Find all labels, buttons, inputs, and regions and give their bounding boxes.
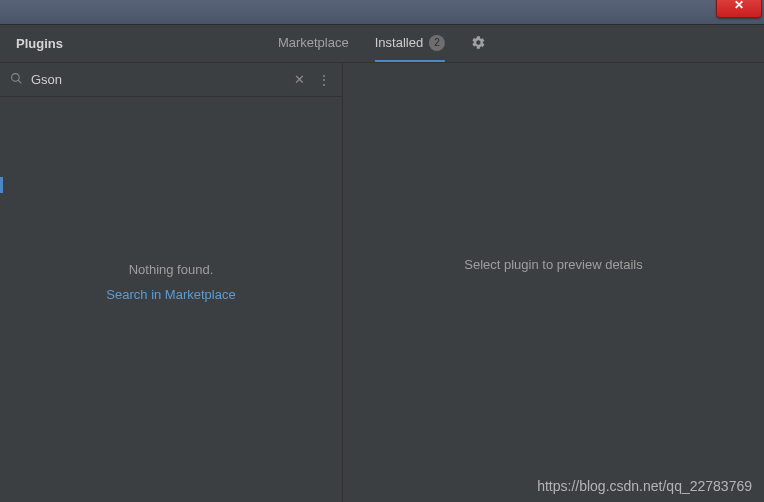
results-area: Nothing found. Search in Marketplace [0, 79, 342, 484]
tab-installed[interactable]: Installed 2 [375, 25, 445, 62]
search-marketplace-link[interactable]: Search in Marketplace [106, 287, 235, 302]
page-title: Plugins [16, 36, 63, 51]
right-pane: Select plugin to preview details [343, 63, 764, 502]
close-icon: ✕ [734, 0, 744, 12]
preview-placeholder: Select plugin to preview details [464, 257, 643, 272]
nothing-found-text: Nothing found. [129, 262, 214, 277]
tabs: Marketplace Installed 2 [278, 25, 486, 62]
selection-indicator [0, 177, 3, 193]
plugins-window: Plugins Marketplace Installed 2 ✕ ⋮ [0, 24, 764, 502]
gear-icon[interactable] [471, 35, 486, 53]
tab-installed-label: Installed [375, 35, 423, 50]
left-pane: ✕ ⋮ Nothing found. Search in Marketplace [0, 63, 343, 502]
window-close-button[interactable]: ✕ [716, 0, 762, 18]
titlebar: ✕ [0, 0, 764, 24]
tab-marketplace[interactable]: Marketplace [278, 25, 349, 62]
watermark: https://blog.csdn.net/qq_22783769 [537, 478, 752, 494]
installed-count-badge: 2 [429, 35, 445, 51]
content: ✕ ⋮ Nothing found. Search in Marketplace… [0, 63, 764, 502]
header: Plugins Marketplace Installed 2 [0, 25, 764, 63]
